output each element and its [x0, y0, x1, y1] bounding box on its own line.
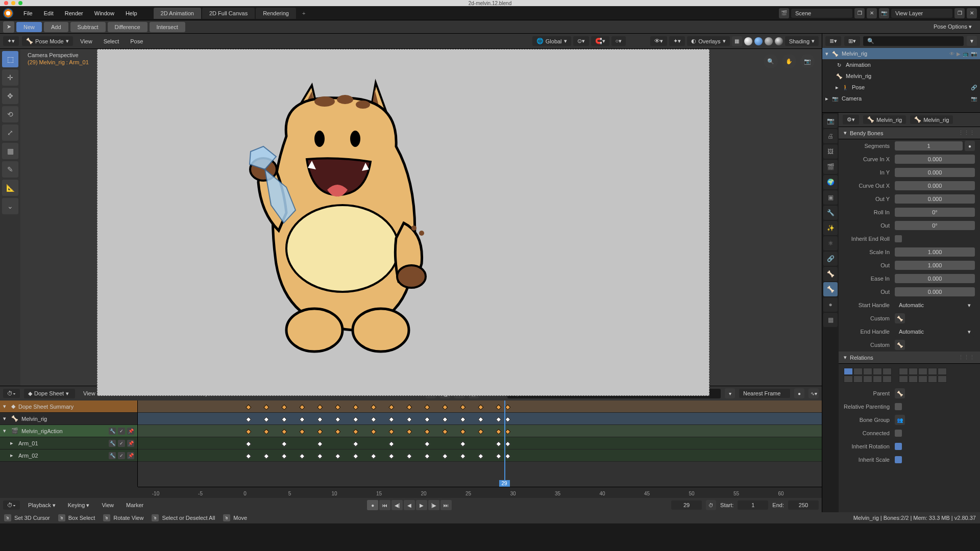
tab-rendering[interactable]: Rendering	[256, 8, 296, 19]
ds-prop-icon[interactable]: ∿▾	[808, 388, 819, 398]
pin-icon[interactable]: 📌	[127, 452, 134, 459]
outliner-filter-icon[interactable]: ▼	[967, 36, 977, 46]
relparent-checkbox[interactable]	[895, 403, 902, 410]
curveinx-field[interactable]: 0.000	[895, 155, 975, 164]
check-icon[interactable]: ✓	[118, 428, 125, 435]
outliner-mesh[interactable]: 🦴Melvin_rig	[822, 70, 980, 82]
viewport-menu-view[interactable]: View	[76, 36, 96, 46]
proptab-physics-icon[interactable]: ⚛	[823, 236, 838, 251]
iny-field[interactable]: 0.000	[895, 168, 975, 177]
wrench-icon[interactable]: 🔧	[109, 440, 116, 447]
pivot-dropdown[interactable]: ⊙▾	[573, 36, 589, 46]
parent-bone-icon[interactable]: 🦴	[895, 388, 905, 398]
ds-funnel-icon[interactable]: ▾	[725, 388, 735, 398]
proptab-armature-icon[interactable]: 🦴	[823, 267, 838, 281]
outliner-search[interactable]: 🔍	[863, 36, 964, 46]
keyframe-next-icon[interactable]: |▶	[428, 500, 439, 510]
xray-icon[interactable]: ▦	[732, 36, 742, 46]
ds-obj-row[interactable]: ▾🦴Melvin_rig	[0, 413, 137, 425]
menu-window[interactable]: Window	[89, 8, 119, 18]
check-icon[interactable]: ✓	[118, 440, 125, 447]
rotate-tool-icon[interactable]: ⟲	[2, 106, 18, 122]
intersect-button[interactable]: Intersect	[150, 22, 185, 32]
proptab-modifier-icon[interactable]: 🔧	[823, 206, 838, 220]
segments-field[interactable]: 1	[895, 141, 963, 151]
gizmo-dropdown[interactable]: ✦▾	[669, 36, 685, 46]
proptab-particle-icon[interactable]: ✨	[823, 221, 838, 235]
rollout-field[interactable]: 0°	[895, 221, 975, 230]
mode-dropdown[interactable]: 🦴 Pose Mode ▾	[22, 36, 73, 46]
curveoutx-field[interactable]: 0.000	[895, 181, 975, 190]
scene-icon[interactable]: 🎬	[779, 8, 789, 18]
rollin-field[interactable]: 0°	[895, 208, 975, 217]
menu-render[interactable]: Render	[60, 8, 88, 18]
annotate-tool-icon[interactable]: ✎	[2, 161, 18, 178]
anim-dot-icon[interactable]: ●	[965, 141, 975, 151]
proptab-scene-icon[interactable]: 🎬	[823, 160, 838, 174]
custom1-bone-icon[interactable]: 🦴	[895, 313, 905, 323]
outliner-camera[interactable]: ▸📷Camera📷	[822, 93, 980, 104]
play-reverse-icon[interactable]: ◀	[404, 500, 415, 510]
outliner-editor-icon[interactable]: ≣▾	[825, 36, 841, 46]
end-frame-field[interactable]: 250	[788, 500, 819, 510]
cursor-tool-icon[interactable]: ✛	[2, 69, 18, 86]
viewport-3d[interactable]: ⬚ ✛ ✥ ⟲ ⤢ ▦ ✎ 📐 ⌄ Camera Perspective (29…	[0, 49, 822, 386]
overlays-dropdown[interactable]: ◐ Overlays ▾	[687, 36, 729, 46]
endhandle-dropdown[interactable]: Automatic▾	[895, 327, 975, 337]
dopesheet-key-area[interactable]: 29	[138, 400, 822, 487]
playback-menu[interactable]: Playback ▾	[24, 500, 60, 511]
visibility-dropdown[interactable]: 👁▾	[650, 36, 667, 46]
ds-nearest-frame[interactable]: Nearest Frame	[739, 389, 790, 398]
proportional-dropdown[interactable]: ○▾	[611, 36, 626, 46]
proptab-world-icon[interactable]: 🌍	[823, 175, 838, 189]
proptab-texture-icon[interactable]: ▦	[823, 313, 838, 327]
traffic-lights[interactable]	[4, 1, 22, 5]
menu-help[interactable]: Help	[120, 8, 142, 18]
orientation-dropdown[interactable]: 🌐 Global ▾	[532, 36, 571, 46]
menu-file[interactable]: File	[18, 8, 38, 18]
scene-new-icon[interactable]: ❐	[854, 8, 865, 18]
dopesheet-editor-icon[interactable]: ⏱▾	[3, 389, 20, 398]
solid-shading-icon[interactable]	[754, 37, 763, 45]
jump-start-icon[interactable]: ⏮	[379, 500, 390, 510]
wrench-icon[interactable]: 🔧	[109, 428, 116, 435]
timer-icon[interactable]: ⏱	[706, 500, 716, 510]
proptab-bone-icon[interactable]: 🦴	[823, 282, 838, 296]
proptab-object-icon[interactable]: ▣	[823, 190, 838, 205]
autokeying-icon[interactable]: ●	[367, 500, 378, 510]
viewlayer-field[interactable]: View Layer	[891, 9, 952, 18]
outliner-animation[interactable]: ↻Animation	[822, 59, 980, 70]
ds-autokey-icon[interactable]: ●	[794, 388, 804, 398]
keyframe-prev-icon[interactable]: ◀|	[391, 500, 403, 510]
snap-dropdown[interactable]: 🧲▾	[591, 36, 609, 46]
dopesheet-mode[interactable]: ◆ Dope Sheet ▾	[24, 389, 75, 398]
render-vis-icon[interactable]: 📷	[971, 51, 977, 57]
move-tool-icon[interactable]: ✥	[2, 88, 18, 104]
menu-edit[interactable]: Edit	[39, 8, 59, 18]
rendered-shading-icon[interactable]	[775, 37, 783, 45]
minimize-icon[interactable]	[11, 1, 15, 5]
proptab-render-icon[interactable]: 📷	[823, 114, 838, 128]
easein-field[interactable]: 0.000	[895, 274, 975, 283]
scaleout-field[interactable]: 1.000	[895, 261, 975, 270]
scale-tool-icon[interactable]: ⤢	[2, 124, 18, 141]
connected-checkbox[interactable]	[895, 430, 902, 437]
add-button[interactable]: Add	[44, 22, 68, 32]
scene-delete-icon[interactable]: ✕	[867, 8, 877, 18]
eye-icon[interactable]: 👁	[949, 51, 954, 57]
ds-summary-row[interactable]: ▾◆Dope Sheet Summary	[0, 400, 137, 413]
viewlayer-delete-icon[interactable]: ✕	[967, 8, 977, 18]
wireframe-shading-icon[interactable]	[744, 37, 752, 45]
scene-field[interactable]: Scene	[791, 9, 852, 18]
close-icon[interactable]	[4, 1, 8, 5]
transform-tool-icon[interactable]: ▦	[2, 143, 18, 159]
bone-link-icon[interactable]: 🔗	[971, 85, 977, 90]
ds-action-row[interactable]: ▾🎬Melvin_rigAction🔧✓📌	[0, 425, 137, 437]
proptab-output-icon[interactable]: 🖨	[823, 129, 838, 143]
breadcrumb-bone[interactable]: 🦴 Melvin_rig	[910, 115, 953, 124]
select-box-tool-icon[interactable]: ⬚	[2, 51, 18, 67]
inheritendroll-checkbox[interactable]	[895, 235, 902, 242]
custom2-bone-icon[interactable]: 🦴	[895, 340, 905, 350]
props-editor-icon[interactable]: ⚙▾	[843, 115, 859, 124]
viewport-menu-select[interactable]: Select	[100, 36, 124, 46]
